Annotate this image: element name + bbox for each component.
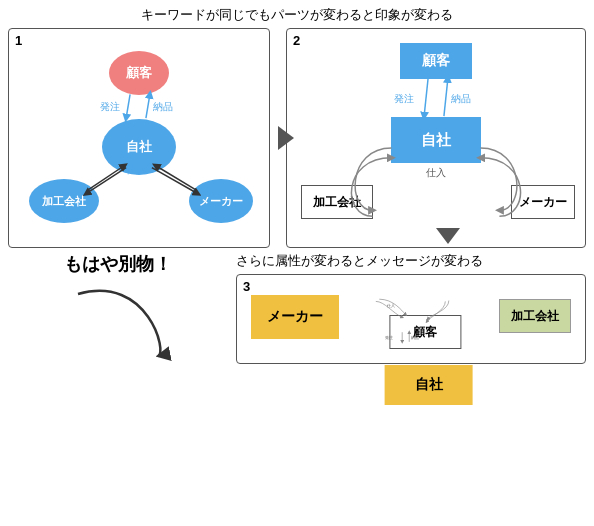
diagram2-maker-node: メーカー xyxy=(511,185,575,219)
diagram3-jisha-node: 自社 xyxy=(385,365,473,405)
svg-line-8 xyxy=(156,166,196,190)
svg-line-1 xyxy=(146,94,150,118)
svg-text:発注: 発注 xyxy=(394,93,414,104)
diagram3-customer-node: 顧客 xyxy=(389,315,461,349)
top-title: キーワードが同じでもパーツが変わると印象が変わる xyxy=(0,0,594,28)
diagram3-kako-node: 加工会社 xyxy=(499,299,571,333)
diagram1: 1 顧客 自社 加工会社 メーカー xyxy=(8,28,270,248)
diagram2-number: 2 xyxy=(293,33,300,48)
bottom-left-text: もはや別物！ xyxy=(64,252,172,276)
bottom-row: もはや別物！ さらに属性が変わるとメッセージが変わる 3 メーカー xyxy=(0,252,594,364)
svg-text:納品: 納品 xyxy=(451,93,471,104)
svg-line-9 xyxy=(424,79,428,117)
diagram2-kako-node: 加工会社 xyxy=(301,185,373,219)
svg-line-10 xyxy=(444,79,448,117)
diagram1-number: 1 xyxy=(15,33,22,48)
svg-text:納品: 納品 xyxy=(153,101,173,112)
diagram2-jisha-node: 自社 xyxy=(391,117,481,163)
diagram3: 3 メーカー 加工会社 自社 顧客 xyxy=(236,274,586,364)
triangle-down-icon xyxy=(436,228,460,244)
diagram2: 2 顧客 自社 加工会社 メーカー xyxy=(286,28,586,248)
svg-text:仕入: 仕入 xyxy=(426,167,446,178)
diagram1-kako-node: 加工会社 xyxy=(29,179,99,223)
bottom-subtitle: さらに属性が変わるとメッセージが変わる xyxy=(236,252,586,270)
diagram1-maker-node: メーカー xyxy=(189,179,253,223)
page-container: キーワードが同じでもパーツが変わると印象が変わる 1 顧客 自社 加工会社 メー… xyxy=(0,0,594,526)
svg-text:発注: 発注 xyxy=(100,101,120,112)
bottom-left-area: もはや別物！ xyxy=(8,252,228,364)
diagram3-maker-node: メーカー xyxy=(251,295,339,339)
diagram2-customer-node: 顧客 xyxy=(400,43,472,79)
diagram1-jisha-node: 自社 xyxy=(102,119,176,175)
diagram3-number: 3 xyxy=(243,279,250,294)
svg-line-0 xyxy=(126,94,130,118)
top-row: 1 顧客 自社 加工会社 メーカー xyxy=(0,28,594,248)
svg-line-7 xyxy=(152,168,198,194)
svg-text:仕入: 仕入 xyxy=(386,303,395,308)
curved-arrow xyxy=(58,284,178,364)
bottom-right-area: さらに属性が変わるとメッセージが変わる 3 メーカー 加工会社 自社 顧客 xyxy=(236,252,586,364)
diagram1-customer-node: 顧客 xyxy=(109,51,169,95)
